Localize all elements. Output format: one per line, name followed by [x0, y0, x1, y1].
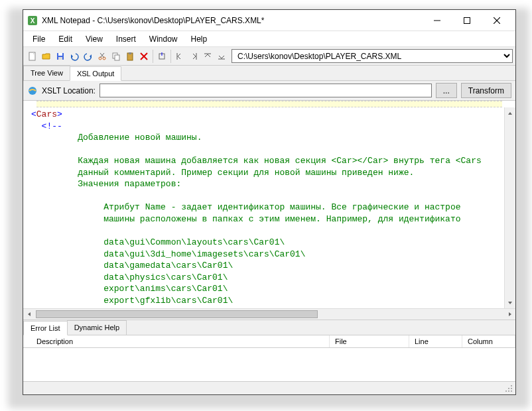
scroll-thumb[interactable] [36, 310, 318, 318]
menu-view[interactable]: View [79, 32, 109, 46]
tab-tree-view[interactable]: Tree View [23, 66, 70, 80]
tab-dynamic-help[interactable]: Dynamic Help [67, 320, 127, 335]
copy-icon[interactable] [109, 50, 123, 63]
nudge-down-icon[interactable] [215, 50, 228, 63]
highlight-strip [36, 101, 502, 107]
undo-icon[interactable] [68, 50, 81, 63]
svg-point-28 [508, 388, 509, 389]
nudge-right-icon[interactable] [187, 50, 200, 63]
svg-point-27 [511, 385, 512, 386]
svg-point-29 [511, 388, 512, 389]
error-table-header: Description File Line Column [23, 335, 515, 348]
toolbar: C:\Users\konov\Desktop\PLAYER_CARS.XML [23, 47, 515, 66]
svg-point-30 [505, 390, 507, 392]
nudge-up-icon[interactable] [201, 50, 214, 63]
transform-button[interactable]: Transform [461, 83, 511, 98]
tab-error-list[interactable]: Error List [23, 321, 68, 335]
browse-button[interactable]: ... [436, 83, 457, 98]
svg-rect-17 [129, 52, 131, 54]
menu-insert[interactable]: Insert [109, 32, 143, 46]
xslt-bar: XSLT Location: ... Transform [23, 81, 515, 101]
svg-rect-15 [115, 55, 119, 60]
scroll-right-icon[interactable] [504, 309, 515, 320]
minimize-button[interactable] [422, 11, 452, 30]
nudge-left-icon[interactable] [173, 50, 186, 63]
svg-point-31 [508, 390, 509, 392]
titlebar: X XML Notepad - C:\Users\konov\Desktop\P… [23, 10, 515, 31]
menubar: File Edit View Insert Window Help [23, 31, 515, 47]
menu-help[interactable]: Help [184, 32, 214, 46]
resize-grip-icon[interactable] [504, 384, 513, 393]
paste-icon[interactable] [123, 50, 137, 63]
error-table-body [23, 348, 515, 381]
maximize-button[interactable] [452, 11, 482, 30]
col-column[interactable]: Column [462, 335, 515, 347]
scroll-down-icon[interactable] [505, 297, 515, 308]
save-icon[interactable] [54, 50, 67, 63]
ie-icon [27, 86, 38, 96]
svg-point-32 [511, 390, 512, 392]
scroll-left-icon[interactable] [23, 309, 34, 320]
cut-icon[interactable] [96, 50, 109, 63]
scroll-up-icon[interactable] [505, 107, 515, 119]
menu-edit[interactable]: Edit [52, 32, 79, 46]
window-title: XML Notepad - C:\Users\konov\Desktop\PLA… [42, 16, 422, 25]
bottom-tabs: Error List Dynamic Help [23, 320, 515, 335]
horizontal-scrollbar[interactable] [23, 308, 515, 320]
svg-text:X: X [31, 17, 35, 25]
svg-rect-8 [58, 53, 62, 56]
menu-window[interactable]: Window [143, 32, 184, 46]
vertical-scrollbar[interactable] [504, 107, 515, 308]
col-description[interactable]: Description [23, 335, 330, 347]
insert-element-icon[interactable] [155, 50, 168, 63]
open-file-icon[interactable] [40, 50, 53, 63]
delete-icon[interactable] [137, 50, 151, 63]
menu-file[interactable]: File [26, 32, 52, 46]
tab-xsl-output[interactable]: XSL Output [70, 66, 121, 81]
statusbar [23, 381, 515, 394]
xslt-location-label: XSLT Location: [42, 86, 96, 95]
code-editor[interactable]: <Cars> <!-- Добавление новой машины. Каж… [23, 107, 504, 308]
main-tabs: Tree View XSL Output [23, 66, 515, 81]
svg-rect-3 [464, 17, 470, 23]
app-icon: X [27, 15, 38, 26]
new-file-icon[interactable] [26, 50, 39, 63]
redo-icon[interactable] [82, 50, 95, 63]
col-line[interactable]: Line [409, 335, 462, 347]
xslt-location-input[interactable] [100, 84, 432, 97]
svg-rect-9 [58, 57, 62, 60]
file-path-dropdown[interactable]: C:\Users\konov\Desktop\PLAYER_CARS.XML [232, 49, 513, 63]
col-file[interactable]: File [330, 335, 409, 347]
close-button[interactable] [482, 11, 511, 30]
